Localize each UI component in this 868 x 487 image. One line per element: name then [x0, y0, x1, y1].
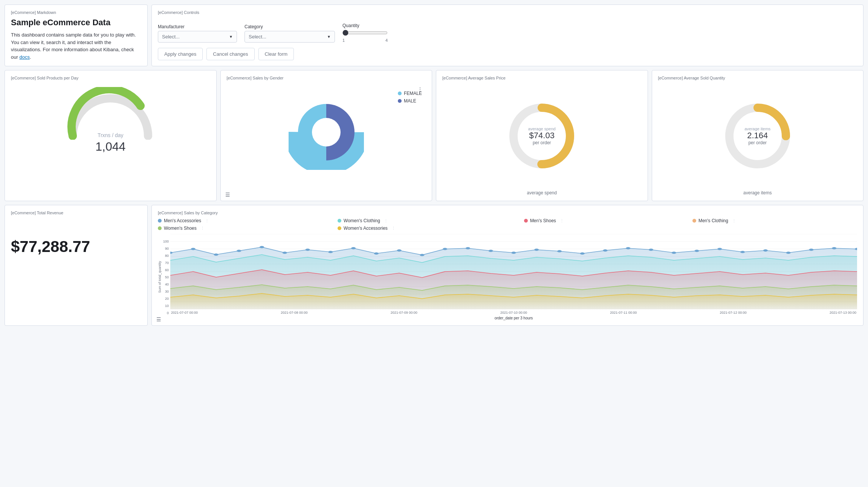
svg-point-37	[580, 252, 585, 255]
svg-point-35	[534, 249, 539, 251]
mens-shoes-label: Men's Shoes	[530, 218, 556, 223]
svg-point-47	[809, 249, 813, 251]
category-label: Category	[245, 24, 335, 29]
womens-accessories-dot	[338, 226, 341, 230]
category-group: Category Select... ▼	[245, 24, 335, 43]
category-list-icon[interactable]: ☰	[156, 316, 161, 322]
womens-clothing-menu[interactable]: ⋮	[384, 218, 388, 223]
legend-mens-shoes: Men's Shoes ⋮	[524, 218, 685, 223]
svg-point-42	[695, 250, 699, 252]
total-revenue-panel: [eCommerce] Total Revenue $77,288.77	[5, 205, 148, 326]
manufacturer-chevron-icon: ▼	[229, 35, 233, 39]
svg-point-21	[214, 253, 218, 256]
svg-point-7	[737, 115, 778, 157]
manufacturer-label: Manufacturer	[158, 24, 237, 29]
svg-point-43	[717, 248, 722, 250]
svg-point-31	[443, 248, 447, 250]
mens-accessories-menu[interactable]: ⋮	[205, 218, 209, 223]
gender-legend: FEMALE MALE	[398, 91, 422, 104]
apply-changes-button[interactable]: Apply changes	[158, 48, 203, 60]
category-select[interactable]: Select... ▼	[245, 31, 335, 43]
avg-sold-qty-panel: [eCommerce] Average Sold Quantity averag…	[652, 70, 864, 201]
svg-point-4	[521, 115, 562, 157]
mens-accessories-label: Men's Accessories	[164, 218, 201, 223]
chart-container: Sum of total_quantity 100 90 80 70 60 50…	[158, 234, 857, 320]
svg-point-38	[603, 249, 608, 252]
male-label: MALE	[404, 98, 416, 104]
avg-price-donut-svg	[504, 98, 579, 174]
markdown-panel-title: [eCommerce] Markdown	[11, 10, 141, 15]
svg-point-25	[306, 249, 310, 251]
avg-sold-qty-title: [eCommerce] Average Sold Quantity	[658, 76, 857, 80]
mens-accessories-dot	[158, 219, 162, 223]
svg-point-28	[374, 252, 379, 255]
controls-row: Manufacturer Select... ▼ Category Select…	[158, 23, 857, 43]
avg-qty-donut-svg	[720, 98, 795, 174]
total-revenue-value: $77,288.77	[11, 238, 141, 256]
svg-point-32	[466, 247, 470, 249]
avg-qty-bottom-label: average items	[658, 190, 857, 195]
womens-shoes-dot	[158, 226, 162, 230]
mens-clothing-dot	[692, 219, 696, 223]
actions-row: Apply changes Cancel changes Clear form	[158, 48, 857, 60]
quantity-slider-min[interactable]	[342, 30, 388, 36]
docs-link[interactable]: docs	[19, 54, 29, 60]
womens-clothing-label: Women's Clothing	[344, 218, 380, 223]
total-revenue-title: [eCommerce] Total Revenue	[11, 211, 141, 215]
quantity-group: Quantity 1 4	[342, 23, 388, 43]
mens-clothing-label: Men's Clothing	[698, 218, 728, 223]
quantity-slider-labels: 1 4	[342, 38, 388, 43]
manufacturer-placeholder: Select...	[162, 34, 180, 40]
gender-menu-dots[interactable]: ⋮	[417, 86, 423, 92]
markdown-body: This dashboard contains sample data for …	[11, 31, 141, 61]
svg-point-33	[489, 250, 493, 252]
womens-accessories-label: Women's Accessories	[344, 226, 388, 231]
controls-panel-title: [eCommerce] Controls	[158, 10, 857, 15]
svg-point-23	[260, 246, 264, 248]
male-dot	[398, 99, 402, 103]
clear-form-button[interactable]: Clear form	[258, 48, 294, 60]
womens-clothing-dot	[338, 219, 341, 223]
category-placeholder: Select...	[249, 34, 266, 40]
quantity-max: 4	[385, 38, 388, 43]
sold-per-day-title: [eCommerce] Sold Products per Day	[11, 76, 210, 80]
svg-point-40	[649, 249, 653, 251]
sales-by-category-title: [eCommerce] Sales by Category	[158, 211, 857, 215]
y-axis-ticks: 100 90 80 70 60 50 40 30 20 10 0	[163, 240, 169, 315]
gauge-value: 1,044	[95, 140, 125, 154]
womens-accessories-menu[interactable]: ⋮	[391, 226, 396, 231]
gender-list-icon[interactable]: ☰	[225, 192, 230, 198]
mens-clothing-menu[interactable]: ⋮	[732, 218, 736, 223]
legend-womens-clothing: Women's Clothing ⋮	[338, 218, 517, 223]
svg-point-22	[237, 250, 241, 252]
avg-sales-price-panel: [eCommerce] Average Sales Price average …	[436, 70, 648, 201]
svg-point-45	[763, 249, 768, 252]
legend-mens-clothing: Men's Clothing ⋮	[692, 218, 857, 223]
category-legend: Men's Accessories ⋮ Women's Clothing ⋮ M…	[158, 218, 857, 231]
x-axis-label: order_date per 3 hours	[170, 316, 857, 320]
legend-male: MALE	[398, 98, 422, 104]
avg-sales-price-title: [eCommerce] Average Sales Price	[442, 76, 642, 80]
svg-point-30	[420, 254, 424, 256]
manufacturer-group: Manufacturer Select... ▼	[158, 24, 237, 43]
manufacturer-select[interactable]: Select... ▼	[158, 31, 237, 43]
sold-per-day-panel: [eCommerce] Sold Products per Day Trxns …	[5, 70, 217, 201]
mens-shoes-menu[interactable]: ⋮	[560, 218, 564, 223]
cancel-changes-button[interactable]: Cancel changes	[206, 48, 254, 60]
svg-point-44	[740, 251, 745, 253]
svg-point-36	[557, 250, 562, 252]
y-axis-label: Sum of total_quantity	[158, 261, 162, 293]
y-axis-container: Sum of total_quantity 100 90 80 70 60 50…	[158, 234, 169, 320]
quantity-label: Quantity	[342, 23, 388, 28]
gauge-svg	[65, 87, 156, 140]
markdown-heading: Sample eCommerce Data	[11, 18, 141, 27]
svg-point-39	[626, 247, 630, 249]
female-dot	[398, 92, 402, 95]
gender-pie-svg	[289, 95, 364, 170]
category-chevron-icon: ▼	[327, 35, 331, 39]
chart-svg-container: 2021-07-07 00:00 2021-07-08 00:00 2021-0…	[170, 234, 857, 320]
womens-shoes-menu[interactable]: ⋮	[200, 226, 205, 231]
svg-point-29	[397, 249, 402, 252]
sales-by-gender-title: [eCommerce] Sales by Gender	[227, 76, 426, 80]
svg-point-48	[832, 247, 836, 249]
